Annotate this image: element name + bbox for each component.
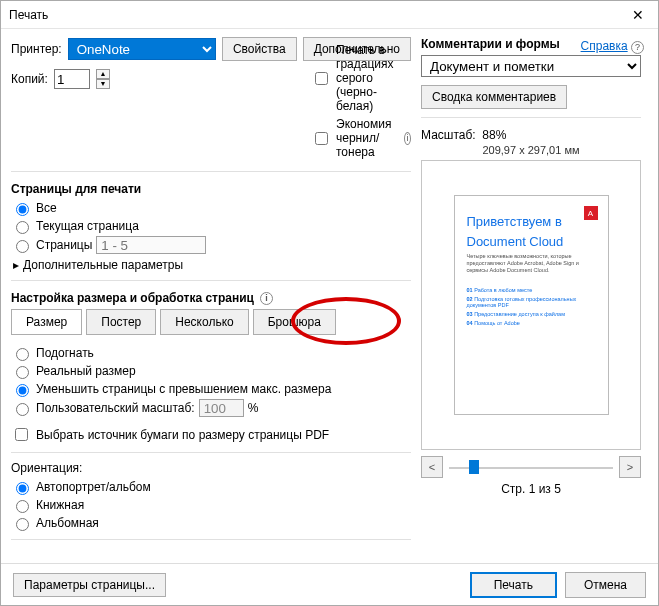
doc-title-2: Document Cloud	[467, 234, 596, 250]
copies-input[interactable]	[54, 69, 90, 89]
custom-scale-label: Пользовательский масштаб:	[36, 401, 195, 415]
doc-item-1: Работа в любом месте	[474, 287, 532, 293]
pages-all-label: Все	[36, 201, 57, 215]
properties-button[interactable]: Свойства	[222, 37, 297, 61]
orient-auto-label: Автопортрет/альбом	[36, 480, 151, 494]
help-link[interactable]: Справка ?	[581, 39, 644, 54]
paper-source-label: Выбрать источник бумаги по размеру стран…	[36, 428, 329, 442]
cancel-button[interactable]: Отмена	[565, 572, 646, 598]
ink-save-label: Экономия чернил/тонера	[336, 117, 399, 159]
more-params-label[interactable]: Дополнительные параметры	[23, 258, 183, 272]
doc-subtitle: Четыре ключевые возможности, которые пре…	[467, 253, 596, 274]
orient-portrait-radio[interactable]	[16, 500, 29, 513]
pages-group-title: Страницы для печати	[11, 182, 411, 196]
scale-label: Масштаб:	[421, 128, 476, 142]
print-button[interactable]: Печать	[470, 572, 557, 598]
actual-label: Реальный размер	[36, 364, 136, 378]
pages-current-label: Текущая страница	[36, 219, 139, 233]
doc-item-2: Подготовка готовых профессиональных доку…	[467, 296, 577, 308]
tab-poster[interactable]: Постер	[86, 309, 156, 335]
slider-thumb[interactable]	[469, 460, 479, 474]
fit-label: Подогнать	[36, 346, 94, 360]
paper-source-checkbox[interactable]	[15, 428, 28, 441]
grayscale-checkbox[interactable]	[315, 72, 328, 85]
orient-landscape-label: Альбомная	[36, 516, 99, 530]
tab-multiple[interactable]: Несколько	[160, 309, 248, 335]
close-icon[interactable]: ✕	[626, 7, 650, 23]
orient-auto-radio[interactable]	[16, 482, 29, 495]
page-setup-button[interactable]: Параметры страницы...	[13, 573, 166, 597]
custom-scale-unit: %	[248, 401, 259, 415]
page-counter: Стр. 1 из 5	[421, 482, 641, 496]
pages-current-radio[interactable]	[16, 221, 29, 234]
pages-range-label: Страницы	[36, 238, 92, 252]
help-icon: ?	[631, 41, 644, 54]
preview-page: A Приветствуем в Document Cloud Четыре к…	[454, 195, 609, 415]
copies-label: Копий:	[11, 72, 48, 86]
custom-scale-input[interactable]	[199, 399, 244, 417]
custom-scale-radio[interactable]	[16, 403, 29, 416]
sizing-group-title: Настройка размера и обработка страниц	[11, 291, 254, 305]
doc-title-1: Приветствуем в	[467, 214, 596, 230]
page-dimensions: 209,97 x 297,01 мм	[421, 144, 641, 156]
orientation-title: Ориентация:	[11, 461, 411, 475]
pages-range-radio[interactable]	[16, 240, 29, 253]
prev-page-button[interactable]: <	[421, 456, 443, 478]
window-title: Печать	[9, 8, 626, 22]
adobe-logo-icon: A	[584, 206, 598, 220]
info-icon: i	[260, 292, 273, 305]
grayscale-label: Печать в градациях серого (черно-белая)	[336, 43, 411, 113]
orient-portrait-label: Книжная	[36, 498, 84, 512]
doc-item-4: Помощь от Adobe	[474, 320, 520, 326]
printer-select[interactable]: OneNote	[68, 38, 216, 60]
next-page-button[interactable]: >	[619, 456, 641, 478]
shrink-label: Уменьшить страницы с превышением макс. р…	[36, 382, 331, 396]
pages-all-radio[interactable]	[16, 203, 29, 216]
page-slider[interactable]	[449, 464, 613, 470]
orient-landscape-radio[interactable]	[16, 518, 29, 531]
copies-down-icon[interactable]: ▼	[96, 79, 110, 89]
tab-booklet[interactable]: Брошюра	[253, 309, 336, 335]
printer-label: Принтер:	[11, 42, 62, 56]
doc-item-3: Предоставление доступа к файлам	[474, 311, 565, 317]
pages-range-input[interactable]	[96, 236, 206, 254]
fit-radio[interactable]	[16, 348, 29, 361]
tab-size[interactable]: Размер	[11, 309, 82, 335]
scale-value: 88%	[482, 128, 506, 142]
print-preview: A Приветствуем в Document Cloud Четыре к…	[421, 160, 641, 450]
more-params-toggle[interactable]: ▸	[13, 258, 19, 272]
info-icon: i	[404, 132, 411, 145]
comments-select[interactable]: Документ и пометки	[421, 55, 641, 77]
shrink-radio[interactable]	[16, 384, 29, 397]
ink-save-checkbox[interactable]	[315, 132, 328, 145]
copies-up-icon[interactable]: ▲	[96, 69, 110, 79]
actual-radio[interactable]	[16, 366, 29, 379]
summarize-comments-button[interactable]: Сводка комментариев	[421, 85, 567, 109]
